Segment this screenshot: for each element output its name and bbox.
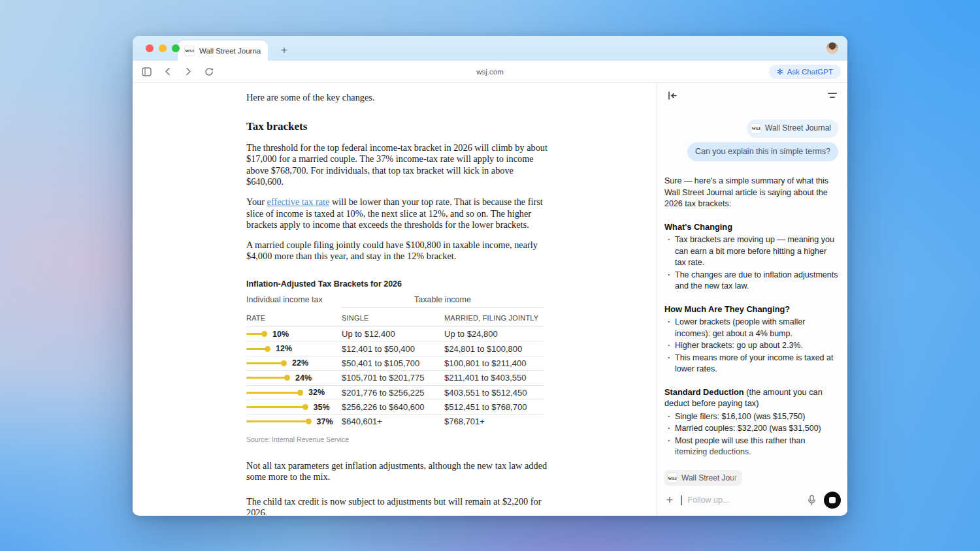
openai-logo-icon: ✻: [777, 68, 783, 76]
rate-value: 37%: [317, 417, 333, 426]
married-range: $768,701+: [444, 417, 544, 426]
rate-cell: 37%: [246, 417, 342, 426]
article-paragraph: A married couple filing jointly could ha…: [246, 240, 552, 262]
dictate-mic-icon[interactable]: [804, 493, 819, 507]
rate-cell: 32%: [246, 388, 342, 397]
tab-strip: WSJ Wall Street Journal +: [133, 36, 847, 61]
group-header-taxable-income: Taxable income: [342, 295, 544, 308]
voice-mode-button[interactable]: [824, 492, 841, 509]
article-paragraph: Here are some of the key changes.: [246, 92, 552, 104]
composer-context-chip[interactable]: WSJ Wall Street Journa: [664, 470, 742, 486]
browser-window: WSJ Wall Street Journal + wsj.com ✻ Ask …: [133, 36, 847, 516]
rate-bar: [246, 420, 307, 422]
attach-plus-icon[interactable]: +: [664, 494, 676, 507]
group-header-individual: Individual income tax: [246, 295, 342, 308]
address-bar[interactable]: wsj.com: [133, 68, 847, 76]
summary-section: What's ChangingTax brackets are moving u…: [661, 221, 838, 292]
composer: WSJ Wall Street Journa +: [657, 466, 847, 515]
single-range: $105,701 to $201,775: [342, 373, 444, 383]
rate-bar: [246, 406, 304, 408]
tax-bracket-row: 37%$640,601+$768,701+: [246, 414, 544, 428]
context-chip-wsj[interactable]: WSJ Wall Street Journal: [747, 119, 838, 138]
tax-bracket-row: 24%$105,701 to $201,775$211,401 to $403,…: [246, 370, 544, 385]
section-bullet: This means more of your income is taxed …: [664, 353, 838, 375]
column-header-rate: RATE: [246, 314, 342, 322]
married-range: $403,551 to $512,450: [444, 388, 544, 398]
minimize-window-button[interactable]: [159, 44, 167, 52]
follow-up-input[interactable]: [688, 496, 800, 505]
rate-bar-dot: [302, 404, 308, 410]
forward-button[interactable]: [181, 65, 195, 79]
tab-title: Wall Street Journal: [199, 47, 261, 55]
rate-cell: 35%: [246, 403, 342, 412]
tab-wall-street-journal[interactable]: WSJ Wall Street Journal: [178, 40, 268, 61]
tax-brackets-table: Inflation-Adjusted Tax Brackets for 2026…: [246, 279, 544, 443]
wsj-favicon-icon: WSJ: [184, 46, 195, 56]
reload-button[interactable]: [202, 65, 216, 79]
married-range: Up to $24,800: [444, 329, 544, 339]
section-bullet: Higher brackets: go up about 2.3%.: [664, 340, 838, 352]
sidebar-toggle-icon[interactable]: [139, 65, 154, 79]
rate-value: 22%: [292, 358, 308, 368]
article-paragraph: The threshold for the top federal income…: [246, 142, 552, 188]
rate-bar: [246, 392, 299, 394]
rate-cell: 22%: [246, 358, 342, 368]
chat-scroll-area[interactable]: WSJ Wall Street Journal Can you explain …: [657, 104, 847, 466]
close-window-button[interactable]: [146, 44, 154, 52]
ask-chatgpt-button[interactable]: ✻ Ask ChatGPT: [769, 65, 841, 79]
tax-bracket-row: 22%$50,401 to $105,700$100,801 to $211,4…: [246, 356, 544, 370]
sidebar-menu-icon[interactable]: [825, 88, 840, 102]
section-bullet: Lower brackets (people with smaller inco…: [664, 317, 838, 339]
collapse-sidebar-icon[interactable]: [665, 88, 679, 102]
rate-bar-dot: [297, 390, 303, 396]
rate-value: 24%: [295, 373, 312, 383]
section-heading: What's Changing: [664, 221, 838, 233]
zoom-window-button[interactable]: [172, 44, 180, 52]
section-bullet: Married couples: $32,200 (was $31,500): [664, 423, 838, 435]
article-paragraph: Your effective tax rate will be lower th…: [246, 197, 552, 231]
table-source: Source: Internal Revenue Service: [246, 435, 544, 443]
new-tab-button[interactable]: +: [277, 43, 291, 57]
assistant-intro: Sure — here's a simple summary of what t…: [661, 176, 838, 210]
section-bullet: The changes are due to inflation adjustm…: [664, 270, 838, 292]
assistant-message: Sure — here's a simple summary of what t…: [661, 176, 838, 466]
single-range: $12,401 to $50,400: [342, 344, 444, 354]
table-title: Inflation-Adjusted Tax Brackets for 2026: [246, 279, 544, 289]
column-header-single: SINGLE: [342, 314, 444, 322]
single-range: $640,601+: [342, 417, 444, 426]
text-caret: [681, 496, 682, 505]
summary-section: Standard Deduction (the amount you can d…: [661, 386, 838, 458]
ask-chatgpt-label: Ask ChatGPT: [787, 68, 833, 76]
single-range: $201,776 to $256,225: [342, 388, 444, 398]
column-header-married: MARRIED, FILING JOINTLY: [444, 314, 544, 322]
single-range: $256,226 to $640,600: [342, 402, 444, 412]
rate-cell: 12%: [246, 344, 342, 353]
section-heading: How Much Are They Changing?: [664, 304, 838, 315]
profile-avatar[interactable]: [826, 42, 838, 54]
effective-tax-rate-link[interactable]: effective tax rate: [267, 197, 330, 207]
context-chip-label: Wall Street Journal: [765, 123, 831, 134]
rate-bar: [246, 377, 286, 379]
rate-bar-dot: [281, 360, 287, 366]
tax-bracket-row: 35%$256,226 to $640,600$512,451 to $768,…: [246, 400, 544, 414]
rate-cell: 10%: [246, 330, 342, 339]
section-heading: Standard Deduction (the amount you can d…: [664, 386, 838, 409]
rate-bar: [246, 348, 266, 350]
article-heading-tax-brackets: Tax brackets: [246, 120, 552, 133]
voice-mode-icon: [829, 497, 836, 503]
article-paragraph: Not all tax parameters get inflation adj…: [246, 460, 552, 483]
rate-value: 32%: [308, 388, 325, 397]
rate-cell: 24%: [246, 373, 342, 383]
browser-toolbar: wsj.com ✻ Ask ChatGPT: [133, 61, 847, 83]
section-bullet: Single filers: $16,100 (was $15,750): [664, 411, 838, 423]
chatgpt-sidebar: WSJ Wall Street Journal Can you explain …: [657, 83, 847, 515]
back-button[interactable]: [160, 65, 174, 79]
tax-bracket-row: 10%Up to $12,400Up to $24,800: [246, 326, 544, 341]
married-range: $211,401 to $403,550: [444, 373, 544, 383]
rate-bar-dot: [261, 331, 267, 337]
rate-value: 12%: [276, 344, 292, 353]
single-range: Up to $12,400: [342, 329, 444, 339]
article-paragraph: The child tax credit is now subject to a…: [246, 496, 552, 515]
summary-section: How Much Are They Changing?Lower bracket…: [661, 304, 838, 375]
article-scroll-area[interactable]: Here are some of the key changes. Tax br…: [133, 83, 657, 515]
